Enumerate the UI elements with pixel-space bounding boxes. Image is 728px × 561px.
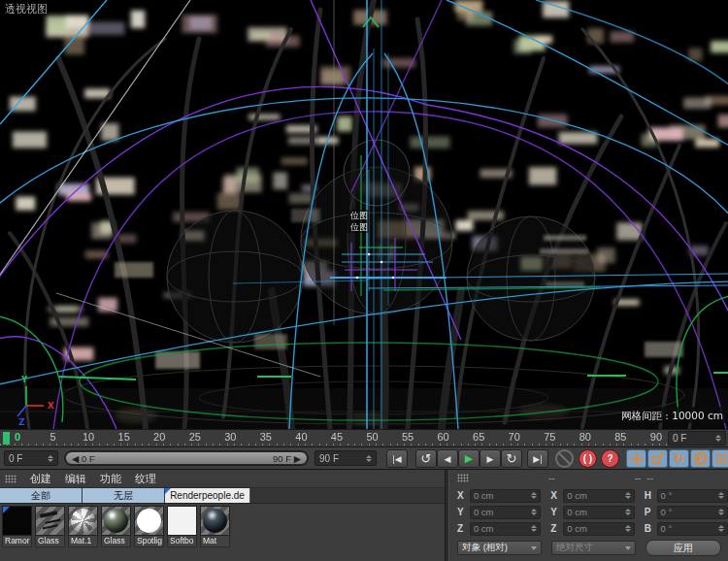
material-item[interactable]: Glass (35, 506, 67, 547)
enable-rotation-button[interactable]: ↻ (669, 449, 689, 468)
material-thumbnail[interactable] (167, 506, 197, 536)
next-frame-icon: ▶ (487, 454, 494, 464)
ruler-frame-stepper[interactable] (715, 435, 721, 442)
pos-x-field[interactable]: 0 cm (470, 489, 541, 503)
rot-h-stepper[interactable] (718, 492, 724, 499)
menu-function[interactable]: 功能 (100, 472, 121, 486)
position-header: -- (548, 473, 555, 483)
size-y-stepper[interactable] (625, 509, 631, 515)
viewport[interactable]: 位图 位图 Y X Z 透视视图 网格间距 : 10000 cm (0, 0, 728, 429)
size-mode-dropdown[interactable]: 绝对尺寸 (551, 541, 636, 555)
rot-b-field[interactable]: 0 ° (657, 522, 728, 536)
size-y-label: Y (550, 507, 559, 517)
material-thumbnail[interactable] (101, 506, 131, 536)
material-item[interactable]: Mat.1 (68, 506, 100, 547)
material-thumbnail[interactable] (68, 506, 98, 536)
menu-create[interactable]: 创建 (30, 472, 51, 486)
previous-frame-icon: ◀ (445, 454, 451, 464)
coord-row-2: Y 0 cm Y 0 cm P 0 ° (457, 505, 728, 519)
next-frame-button[interactable]: ▶ (480, 449, 501, 468)
rot-h-field[interactable]: 0 ° (657, 489, 728, 503)
frame-stepper[interactable] (48, 455, 53, 462)
play-cycle-button[interactable]: ↻ (501, 449, 522, 468)
material-list: Ramor Glass Mat.1 Glass Spotlig Softbo (0, 504, 445, 547)
white-circle (137, 509, 161, 533)
record-icon: ( ) (583, 453, 592, 464)
panel-menu-icon[interactable] (5, 475, 17, 483)
size-x-stepper[interactable] (625, 492, 631, 499)
pos-z-stepper[interactable] (531, 525, 537, 532)
size-z-field[interactable]: 0 cm (563, 522, 634, 536)
play-icon: ▶ (465, 452, 473, 465)
ruler-frame-value: 0 F (673, 433, 686, 444)
size-x-field[interactable]: 0 cm (563, 489, 634, 503)
material-thumbnail[interactable] (134, 506, 164, 536)
dots-grid-icon (715, 453, 727, 465)
go-to-start-button[interactable]: |◀ (386, 449, 408, 468)
menu-edit[interactable]: 编辑 (65, 472, 86, 486)
enable-position-button[interactable] (626, 449, 646, 468)
material-menubar: 创建 编辑 功能 纹理 (0, 470, 445, 488)
apply-button[interactable]: 应用 (645, 540, 721, 556)
play-cycle-icon: ↻ (507, 454, 517, 464)
scale-icon (651, 452, 664, 465)
material-item[interactable]: Glass (101, 506, 133, 547)
viewport-canvas[interactable]: 位图 位图 Y X Z 透视视图 网格间距 : 10000 cm (0, 0, 728, 429)
material-thumbnail[interactable] (35, 506, 65, 536)
autokey-button[interactable]: ? (601, 449, 619, 468)
size-x-value: 0 cm (567, 490, 587, 501)
pos-x-value: 0 cm (474, 490, 494, 501)
size-z-label: Z (550, 523, 559, 534)
ruler-tick: 0 (15, 431, 20, 443)
chevron-down-icon (625, 546, 631, 550)
range-bar[interactable]: ◀ 0 F 90 F ▶ (66, 452, 307, 464)
pos-y-field[interactable]: 0 cm (470, 506, 541, 519)
enable-scale-button[interactable] (647, 449, 668, 468)
material-item[interactable]: Softbo (167, 506, 199, 547)
coord-mode-dropdown[interactable]: 对象 (相对) (457, 541, 542, 555)
frame-field[interactable]: 0 F (4, 450, 58, 466)
range-end-label: 90 F (273, 453, 291, 464)
tab-no-layer[interactable]: 无层 (83, 488, 165, 503)
record-disabled-button[interactable] (555, 449, 574, 468)
coord-mode-value: 对象 (相对) (462, 542, 508, 554)
ruler-tick: 50 (366, 431, 378, 443)
rot-p-stepper[interactable] (718, 509, 724, 515)
pos-y-stepper[interactable] (531, 509, 537, 515)
pos-z-field[interactable]: 0 cm (470, 522, 541, 536)
tab-renderpeople[interactable]: Renderpeople.de (165, 488, 250, 503)
play-button[interactable]: ▶ (458, 449, 480, 468)
ruler-tick: 65 (473, 431, 484, 443)
end-frame-stepper[interactable] (366, 455, 372, 462)
coord-row-1: X 0 cm X 0 cm H 0 ° (457, 488, 728, 503)
ruler-tick: 85 (614, 431, 626, 443)
material-item[interactable]: Spotlig (134, 506, 166, 547)
size-z-value: 0 cm (567, 523, 587, 534)
coordinates-actions: 对象 (相对) 绝对尺寸 应用 (457, 540, 728, 556)
rot-p-field[interactable]: 0 ° (657, 506, 728, 519)
coordinates-panel: -- -- -- X 0 cm X 0 cm H 0 ° Y 0 cm Y 0 … (449, 470, 728, 561)
enable-point-level-animation-button[interactable] (711, 449, 728, 468)
material-thumbnail[interactable] (2, 506, 32, 536)
coordinates-menu-icon[interactable] (457, 474, 469, 482)
ruler-frame-field[interactable]: 0 F (668, 431, 726, 446)
material-item[interactable]: Mat (200, 506, 232, 547)
record-keyframes-button[interactable]: ( ) (579, 449, 597, 468)
rot-b-stepper[interactable] (718, 525, 724, 532)
size-y-field[interactable]: 0 cm (563, 506, 634, 519)
enable-parameter-button[interactable]: P (690, 449, 711, 468)
tab-all[interactable]: 全部 (0, 488, 83, 503)
timeline-ruler[interactable]: 051015202530354045505560657075808590 0 F (0, 429, 728, 446)
previous-frame-button[interactable]: ◀ (437, 449, 458, 468)
go-to-end-button[interactable]: ▶| (527, 449, 548, 468)
menu-texture[interactable]: 纹理 (135, 472, 156, 486)
material-thumbnail[interactable] (200, 506, 230, 536)
end-frame-field[interactable]: 90 F (314, 450, 377, 466)
size-z-stepper[interactable] (625, 525, 631, 532)
material-item[interactable]: Ramor (2, 506, 34, 547)
timeline-range-slider[interactable]: ◀ 0 F 90 F ▶ (64, 450, 309, 466)
pos-x-stepper[interactable] (531, 492, 537, 499)
rot-h-value: 0 ° (661, 490, 673, 501)
viewport-view-label: 透视视图 (5, 3, 48, 16)
play-backwards-button[interactable]: ↺ (415, 449, 437, 468)
